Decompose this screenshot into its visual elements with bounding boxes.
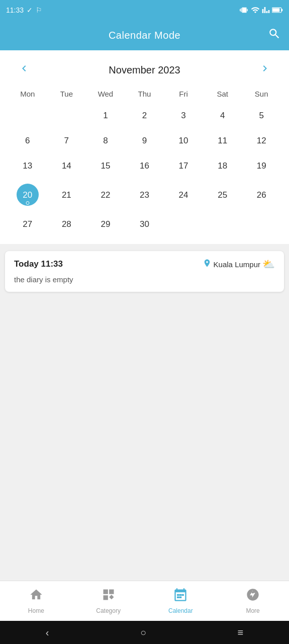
empty-cell-4-4 — [164, 212, 203, 236]
today-circle: 20 — [17, 184, 39, 206]
check-icon: ✓ — [27, 6, 33, 14]
day-20[interactable]: 20 — [8, 179, 47, 211]
day-7[interactable]: 7 — [47, 128, 86, 152]
day-3[interactable]: 3 — [164, 103, 203, 127]
month-navigation: November 2023 — [8, 55, 281, 88]
day-24[interactable]: 24 — [164, 179, 203, 211]
nav-label-category: Category — [96, 607, 121, 614]
svg-rect-3 — [177, 594, 179, 596]
vibrate-icon — [240, 6, 249, 15]
content-spacer — [0, 299, 289, 581]
weekday-sat: Sat — [203, 88, 242, 100]
weekday-tue: Tue — [47, 88, 86, 100]
nav-item-category[interactable]: Category — [72, 584, 145, 618]
info-date: Today 11:33 — [14, 259, 63, 269]
empty-cell-4-5 — [203, 212, 242, 236]
calendar-icon — [173, 588, 187, 605]
day-18[interactable]: 18 — [203, 153, 242, 178]
day-30[interactable]: 30 — [125, 212, 164, 236]
more-icon — [246, 588, 260, 605]
svg-point-8 — [252, 591, 254, 594]
app-header: Calendar Mode — [0, 20, 289, 50]
nav-label-home: Home — [28, 607, 44, 614]
day-23[interactable]: 23 — [125, 179, 164, 211]
day-4[interactable]: 4 — [203, 103, 242, 127]
back-button[interactable]: ‹ — [46, 627, 49, 638]
signal-icon — [262, 6, 270, 15]
day-14[interactable]: 14 — [47, 153, 86, 178]
weather-icon: ⛅ — [262, 258, 275, 270]
status-bar: 11:33 ✓ ⚐ — [0, 0, 289, 20]
day-13[interactable]: 13 — [8, 153, 47, 178]
month-title: November 2023 — [109, 64, 180, 76]
empty-cell-0-0 — [8, 103, 47, 127]
status-right — [240, 6, 283, 15]
status-left: 11:33 ✓ ⚐ — [6, 6, 42, 14]
battery-icon — [272, 7, 283, 14]
calendar-container: November 2023 Mon Tue Wed Thu Fri Sat Su… — [0, 50, 289, 244]
calendar-grid: 1234567891011121314151617181920212223242… — [8, 103, 281, 236]
empty-cell-0-1 — [47, 103, 86, 127]
info-location: Kuala Lumpur ⛅ — [203, 258, 275, 270]
location-icon — [203, 259, 212, 270]
nav-item-calendar[interactable]: Calendar — [145, 584, 217, 618]
nav-item-home[interactable]: Home — [0, 584, 72, 618]
day-17[interactable]: 17 — [164, 153, 203, 178]
day-6[interactable]: 6 — [8, 128, 47, 152]
recents-button[interactable]: ≡ — [238, 627, 244, 638]
svg-rect-5 — [182, 594, 184, 596]
empty-cell-4-6 — [242, 212, 281, 236]
day-12[interactable]: 12 — [242, 128, 281, 152]
nav-label-more: More — [246, 607, 259, 614]
day-2[interactable]: 2 — [125, 103, 164, 127]
weekday-thu: Thu — [125, 88, 164, 100]
location-name: Kuala Lumpur — [214, 260, 260, 269]
status-time: 11:33 — [6, 6, 24, 14]
diary-empty-message: the diary is empty — [14, 275, 275, 284]
day-29[interactable]: 29 — [86, 212, 125, 236]
nav-label-calendar: Calendar — [168, 607, 193, 614]
day-28[interactable]: 28 — [47, 212, 86, 236]
day-26[interactable]: 26 — [242, 179, 281, 211]
system-bar: ‹ ○ ≡ — [0, 621, 289, 644]
svg-rect-1 — [272, 8, 279, 12]
search-button[interactable] — [268, 27, 281, 43]
weekday-wed: Wed — [86, 88, 125, 100]
info-card: Today 11:33 Kuala Lumpur ⛅ the diary is … — [5, 251, 284, 292]
weekday-headers: Mon Tue Wed Thu Fri Sat Sun — [8, 88, 281, 100]
day-1[interactable]: 1 — [86, 103, 125, 127]
day-16[interactable]: 16 — [125, 153, 164, 178]
nav-item-more[interactable]: More — [217, 584, 289, 618]
next-month-button[interactable] — [254, 60, 276, 79]
bottom-navigation: Home Category Calendar — [0, 581, 289, 621]
home-button[interactable]: ○ — [140, 627, 146, 638]
svg-rect-7 — [179, 597, 182, 599]
day-27[interactable]: 27 — [8, 212, 47, 236]
svg-rect-4 — [179, 594, 182, 596]
weekday-mon: Mon — [8, 88, 47, 100]
weekday-sun: Sun — [242, 88, 281, 100]
day-15[interactable]: 15 — [86, 153, 125, 178]
day-9[interactable]: 9 — [125, 128, 164, 152]
day-22[interactable]: 22 — [86, 179, 125, 211]
day-21[interactable]: 21 — [47, 179, 86, 211]
day-25[interactable]: 25 — [203, 179, 242, 211]
flag-icon: ⚐ — [36, 6, 42, 14]
day-19[interactable]: 19 — [242, 153, 281, 178]
category-icon — [102, 588, 116, 605]
prev-month-button[interactable] — [13, 60, 35, 79]
day-10[interactable]: 10 — [164, 128, 203, 152]
day-5[interactable]: 5 — [242, 103, 281, 127]
svg-rect-2 — [281, 9, 282, 12]
wifi-icon — [251, 6, 260, 15]
header-title: Calendar Mode — [109, 30, 180, 41]
svg-rect-6 — [177, 597, 179, 599]
day-11[interactable]: 11 — [203, 128, 242, 152]
home-icon — [29, 588, 43, 605]
weekday-fri: Fri — [164, 88, 203, 100]
day-8[interactable]: 8 — [86, 128, 125, 152]
info-header: Today 11:33 Kuala Lumpur ⛅ — [14, 258, 275, 270]
